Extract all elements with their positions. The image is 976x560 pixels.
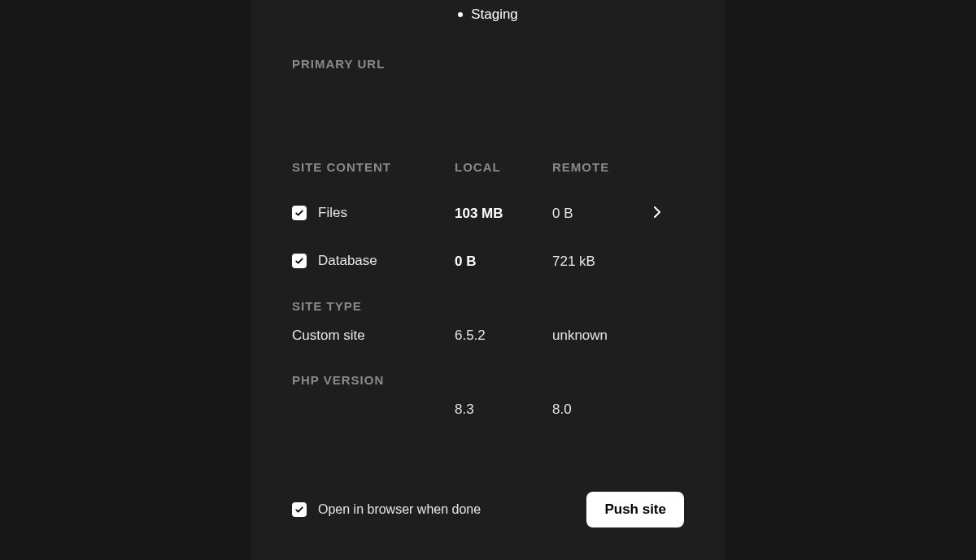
database-row: Database 0 B 721 kB xyxy=(292,253,684,270)
push-site-button[interactable]: Push site xyxy=(586,492,684,527)
site-type-row: Custom site 6.5.2 unknown xyxy=(292,328,684,344)
files-local-size: 103 MB xyxy=(455,206,552,222)
open-in-browser-label: Open in browser when done xyxy=(318,502,481,517)
push-site-panel: Staging PRIMARY URL SITE CONTENT LOCAL R… xyxy=(251,0,725,560)
checkbox-checked-icon xyxy=(292,502,307,517)
files-remote-size: 0 B xyxy=(552,206,650,222)
open-in-browser-checkbox[interactable]: Open in browser when done xyxy=(292,502,481,517)
php-remote: 8.0 xyxy=(552,402,650,418)
files-checkbox[interactable]: Files xyxy=(292,205,347,221)
site-type-name: Custom site xyxy=(292,328,455,344)
database-local-size: 0 B xyxy=(455,254,552,270)
panel-footer: Open in browser when done Push site xyxy=(292,492,684,527)
checkbox-checked-icon xyxy=(292,206,307,220)
site-type-heading: SITE TYPE xyxy=(292,299,684,313)
remote-column-heading: REMOTE xyxy=(552,160,650,174)
environment-label: Staging xyxy=(471,7,518,22)
environment-indicator: Staging xyxy=(251,7,725,23)
checkbox-checked-icon xyxy=(292,254,307,268)
files-expand-button[interactable] xyxy=(650,205,664,219)
php-version-row: 8.3 8.0 xyxy=(292,402,684,418)
site-content-header-row: SITE CONTENT LOCAL REMOTE xyxy=(292,160,684,174)
status-dot-icon xyxy=(458,12,463,17)
files-row: Files 103 MB 0 B xyxy=(292,205,684,222)
chevron-right-icon xyxy=(653,206,661,218)
site-type-remote: unknown xyxy=(552,328,650,344)
database-remote-size: 721 kB xyxy=(552,254,650,270)
local-column-heading: LOCAL xyxy=(455,160,552,174)
files-label: Files xyxy=(318,205,347,221)
php-version-heading: PHP VERSION xyxy=(292,373,684,387)
primary-url-heading: PRIMARY URL xyxy=(292,57,684,71)
database-label: Database xyxy=(318,253,377,269)
php-local: 8.3 xyxy=(455,402,552,418)
database-checkbox[interactable]: Database xyxy=(292,253,377,269)
site-content-heading: SITE CONTENT xyxy=(292,160,455,174)
panel-content: PRIMARY URL SITE CONTENT LOCAL REMOTE Fi… xyxy=(292,57,684,418)
site-type-local: 6.5.2 xyxy=(455,328,552,344)
